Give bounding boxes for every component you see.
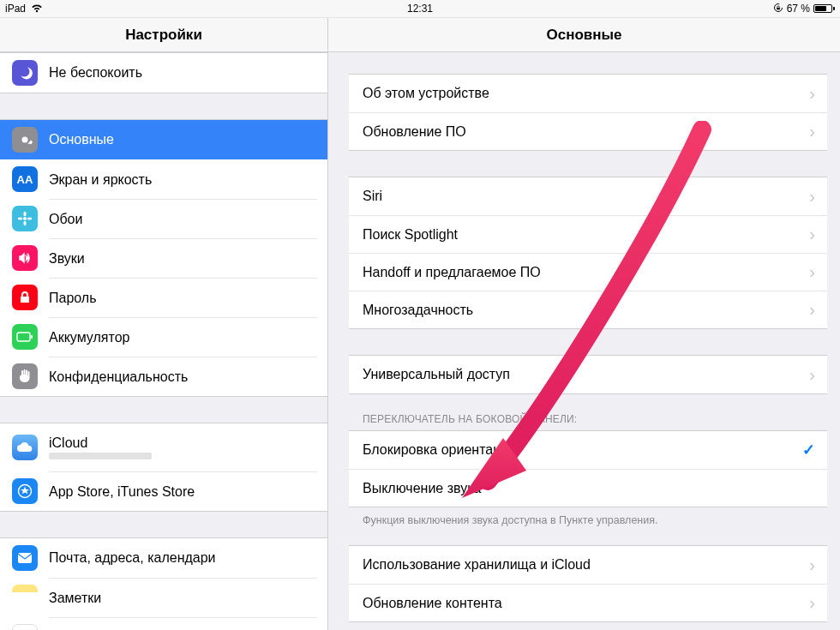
sidebar-item-label: Звуки: [49, 251, 85, 267]
battery-percent: 67 %: [787, 3, 810, 15]
sidebar-item-label: Экран и яркость: [49, 172, 152, 188]
appstore-icon: [12, 478, 38, 504]
chevron-right-icon: ›: [809, 300, 815, 320]
settings-group: Блокировка ориентации✓ Выключение звука: [349, 430, 827, 507]
wifi-icon: [31, 4, 43, 13]
mail-icon: [12, 545, 38, 571]
sidebar-item-mail[interactable]: Почта, адреса, календари: [0, 538, 327, 578]
chevron-right-icon: ›: [809, 262, 815, 282]
sidebar-item-label: iCloud: [49, 435, 87, 450]
row-storage[interactable]: Использование хранилища и iCloud›: [349, 546, 827, 584]
row-label: Блокировка ориентации: [363, 442, 802, 458]
svg-rect-7: [31, 335, 33, 339]
row-about[interactable]: Об этом устройстве›: [349, 75, 827, 112]
row-software-update[interactable]: Обновление ПО›: [349, 112, 827, 150]
sidebar-item-wallpaper[interactable]: Обои: [0, 199, 327, 238]
row-mute[interactable]: Выключение звука: [349, 469, 827, 507]
row-label: Многозадачность: [363, 303, 809, 318]
sidebar-item-label: Основные: [49, 132, 114, 147]
battery-icon: [813, 4, 835, 13]
detail-body: Об этом устройстве› Обновление ПО› Siri›…: [328, 52, 840, 630]
row-handoff[interactable]: Handoff и предлагаемое ПО›: [349, 253, 827, 291]
svg-point-5: [27, 217, 33, 219]
sidebar-item-battery[interactable]: Аккумулятор: [0, 317, 327, 357]
svg-point-4: [18, 217, 23, 219]
sidebar-item-label: Почта, адреса, календари: [49, 550, 216, 566]
status-right: 67 %: [433, 3, 835, 15]
svg-point-1: [23, 217, 27, 220]
section-header: ПЕРЕКЛЮЧАТЕЛЬ НА БОКОВОЙ ПАНЕЛИ:: [328, 413, 840, 430]
settings-group: Об этом устройстве› Обновление ПО›: [349, 74, 827, 151]
sidebar-item-display[interactable]: AA Экран и яркость: [0, 159, 327, 199]
device-name: iPad: [5, 3, 26, 15]
row-accessibility[interactable]: Универсальный доступ›: [349, 356, 827, 393]
settings-group: Универсальный доступ›: [349, 355, 827, 394]
row-multitasking[interactable]: Многозадачность›: [349, 291, 827, 328]
row-siri[interactable]: Siri›: [349, 177, 827, 215]
lock-icon: [12, 285, 38, 310]
row-spotlight[interactable]: Поиск Spotlight›: [349, 215, 827, 253]
row-label: Выключение звука: [363, 481, 815, 496]
sidebar-group: Основные AA Экран и яркость Обои Зву: [0, 119, 327, 397]
flower-icon: [12, 206, 38, 231]
sidebar-item-label: Не беспокоить: [49, 65, 142, 81]
sidebar-item-passcode[interactable]: Пароль: [0, 278, 327, 317]
reminders-icon: [12, 624, 38, 630]
sidebar-item-reminders[interactable]: Напоминания: [0, 617, 327, 630]
checkmark-icon: ✓: [802, 441, 815, 459]
row-label: Siri: [363, 189, 809, 204]
chevron-right-icon: ›: [809, 187, 815, 207]
row-bg-refresh[interactable]: Обновление контента›: [349, 584, 827, 621]
row-label: Об этом устройстве: [363, 86, 809, 101]
sidebar-item-privacy[interactable]: Конфиденциальность: [0, 357, 327, 396]
sidebar-body: Не беспокоить Основные AA Экран и яркост…: [0, 52, 327, 630]
svg-point-2: [23, 212, 26, 217]
sidebar-group: Почта, адреса, календари Заметки Напомин…: [0, 537, 327, 630]
sidebar-item-icloud[interactable]: iCloud: [0, 423, 327, 471]
row-lock-rotation[interactable]: Блокировка ориентации✓: [349, 431, 827, 469]
cloud-icon: [12, 435, 38, 460]
settings-group: Siri› Поиск Spotlight› Handoff и предлаг…: [349, 177, 827, 329]
icloud-account-redacted: [49, 453, 152, 459]
row-label: Поиск Spotlight: [363, 227, 809, 243]
battery-icon: [12, 324, 38, 350]
chevron-right-icon: ›: [809, 593, 815, 613]
row-label: Обновление контента: [363, 596, 809, 611]
sidebar-item-notes[interactable]: Заметки: [0, 578, 327, 617]
sidebar-title: Настройки: [0, 18, 327, 52]
row-label: Обновление ПО: [363, 124, 809, 140]
sidebar-item-general[interactable]: Основные: [0, 120, 327, 159]
chevron-right-icon: ›: [809, 555, 815, 575]
chevron-right-icon: ›: [809, 225, 815, 244]
chevron-right-icon: ›: [809, 84, 815, 104]
moon-icon: [12, 60, 38, 86]
svg-rect-9: [18, 553, 32, 563]
settings-sidebar: Настройки Не беспокоить Основные: [0, 18, 328, 630]
sidebar-group: iCloud App Store, iTunes Store: [0, 423, 327, 512]
sidebar-item-sounds[interactable]: Звуки: [0, 238, 327, 278]
sidebar-group: Не беспокоить: [0, 52, 327, 93]
speaker-icon: [12, 245, 38, 271]
svg-point-3: [23, 221, 26, 226]
settings-group: Использование хранилища и iCloud› Обновл…: [349, 545, 827, 622]
sidebar-item-label: App Store, iTunes Store: [49, 484, 195, 500]
row-label: Использование хранилища и iCloud: [363, 557, 809, 573]
row-label: Универсальный доступ: [363, 367, 809, 382]
sidebar-item-label: Заметки: [49, 591, 101, 606]
chevron-right-icon: ›: [809, 122, 815, 141]
sidebar-item-appstore[interactable]: App Store, iTunes Store: [0, 471, 327, 511]
sidebar-item-dnd[interactable]: Не беспокоить: [0, 53, 327, 93]
notes-icon: [12, 585, 38, 610]
orientation-lock-icon: [773, 3, 783, 15]
sidebar-item-label: Обои: [49, 212, 82, 227]
status-left: iPad: [5, 3, 407, 15]
textsize-icon: AA: [12, 166, 38, 192]
hand-icon: [12, 363, 38, 389]
svg-rect-6: [17, 333, 30, 341]
sidebar-item-label: Пароль: [49, 291, 97, 306]
detail-pane: Основные Об этом устройстве› Обновление …: [328, 18, 840, 630]
status-bar: iPad 12:31 67 %: [0, 0, 840, 17]
sidebar-item-label: Аккумулятор: [49, 330, 129, 345]
split-view: Настройки Не беспокоить Основные: [0, 17, 840, 630]
section-footer: Функция выключения звука доступна в Пунк…: [328, 507, 840, 526]
